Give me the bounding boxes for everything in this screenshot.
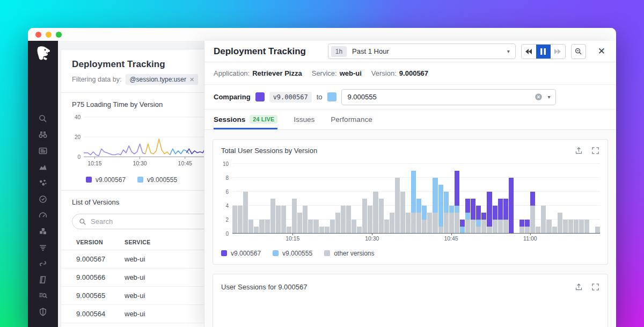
bar[interactable]: [400, 164, 405, 234]
bar[interactable]: [292, 164, 297, 234]
bar[interactable]: [357, 164, 362, 234]
bar[interactable]: [541, 164, 546, 234]
versions-search[interactable]: [72, 214, 226, 229]
apm-link-icon[interactable]: [38, 259, 48, 268]
zoom-out-button[interactable]: [571, 44, 586, 59]
bar[interactable]: [254, 164, 259, 234]
legend-item[interactable]: v9.000567: [221, 250, 261, 257]
bar[interactable]: [232, 164, 237, 234]
notebooks-icon[interactable]: [38, 275, 48, 285]
bar[interactable]: [519, 164, 524, 234]
bar[interactable]: [584, 164, 589, 234]
bar[interactable]: [297, 164, 302, 234]
filter-chip-close-icon[interactable]: ✕: [189, 76, 194, 83]
monitors-target-icon[interactable]: [38, 194, 48, 204]
bar[interactable]: [568, 164, 573, 234]
bar[interactable]: [574, 164, 579, 234]
infrastructure-cluster-icon[interactable]: [38, 178, 48, 188]
zoom-window-button[interactable]: [56, 32, 62, 38]
bar[interactable]: [579, 164, 584, 234]
bar[interactable]: [546, 164, 551, 234]
bar[interactable]: [352, 164, 356, 234]
bar[interactable]: [449, 164, 454, 234]
bar[interactable]: [395, 164, 400, 234]
close-window-button[interactable]: [35, 32, 41, 38]
tab-sessions[interactable]: Sessions24 LIVE: [214, 110, 277, 129]
bar[interactable]: [493, 164, 497, 234]
bar[interactable]: [287, 164, 291, 234]
bar[interactable]: [476, 164, 481, 234]
bar[interactable]: [406, 164, 411, 234]
bar[interactable]: [530, 164, 535, 234]
security-shield-icon[interactable]: [38, 307, 48, 317]
bar[interactable]: [422, 164, 427, 234]
legend-item[interactable]: v9.000555: [273, 250, 312, 257]
tab-issues[interactable]: Issues: [294, 110, 314, 129]
bar[interactable]: [243, 164, 248, 234]
to-version-select[interactable]: 9.000555 ▾: [341, 89, 556, 105]
bar[interactable]: [281, 164, 286, 234]
bar[interactable]: [471, 164, 475, 234]
bar[interactable]: [438, 164, 443, 234]
bar[interactable]: [270, 164, 275, 234]
bar[interactable]: [379, 164, 384, 234]
bar[interactable]: [308, 164, 313, 234]
minimize-window-button[interactable]: [46, 32, 52, 38]
expand-icon[interactable]: [591, 147, 599, 155]
bar[interactable]: [416, 164, 421, 234]
logs-filter-icon[interactable]: [38, 243, 48, 252]
bar[interactable]: [303, 164, 308, 234]
bar[interactable]: [503, 164, 508, 234]
bar[interactable]: [427, 164, 432, 234]
search-input[interactable]: [91, 217, 219, 226]
watchdog-binoculars-icon[interactable]: [38, 130, 48, 140]
bar[interactable]: [346, 164, 351, 234]
clear-selection-icon[interactable]: [535, 93, 543, 101]
bar[interactable]: [362, 164, 367, 234]
export-icon[interactable]: [575, 283, 583, 291]
bar[interactable]: [481, 164, 486, 234]
events-list-icon[interactable]: [38, 146, 48, 156]
rewind-button[interactable]: [522, 45, 536, 59]
pause-button[interactable]: [536, 45, 551, 59]
filter-chip[interactable]: @session.type:user ✕: [126, 74, 198, 85]
bar[interactable]: [248, 164, 253, 234]
bar[interactable]: [444, 164, 449, 234]
bar[interactable]: [460, 164, 465, 234]
bar[interactable]: [525, 164, 530, 234]
legend-item[interactable]: v9.000567: [86, 176, 126, 184]
bar[interactable]: [465, 164, 470, 234]
time-range-selector[interactable]: 1h Past 1 Hour ▾: [328, 43, 516, 59]
bar[interactable]: [552, 164, 557, 234]
bar[interactable]: [313, 164, 318, 234]
bar[interactable]: [411, 164, 416, 234]
bar[interactable]: [536, 164, 540, 234]
tab-performance[interactable]: Performance: [331, 110, 372, 129]
legend-item[interactable]: v9.000555: [137, 176, 177, 184]
log-explorer-icon[interactable]: [38, 291, 48, 301]
dashboards-gauge-icon[interactable]: [38, 210, 48, 220]
bar[interactable]: [455, 164, 459, 234]
bar[interactable]: [330, 164, 335, 234]
bar[interactable]: [341, 164, 346, 234]
export-icon[interactable]: [575, 147, 583, 155]
bar[interactable]: [335, 164, 340, 234]
legend-item[interactable]: other versions: [324, 250, 374, 257]
close-panel-icon[interactable]: ✕: [595, 45, 609, 58]
bar[interactable]: [265, 164, 270, 234]
bar[interactable]: [319, 164, 324, 234]
bar[interactable]: [368, 164, 372, 234]
bar[interactable]: [595, 164, 600, 234]
bar[interactable]: [390, 164, 394, 234]
bar[interactable]: [238, 164, 243, 234]
bar[interactable]: [325, 164, 330, 234]
search-icon[interactable]: [38, 114, 48, 123]
metrics-chart-icon[interactable]: [38, 162, 48, 172]
bar[interactable]: [276, 164, 281, 234]
expand-icon[interactable]: [591, 283, 599, 291]
bar[interactable]: [384, 164, 389, 234]
fast-forward-button[interactable]: [551, 45, 565, 59]
bar[interactable]: [558, 164, 562, 234]
bar[interactable]: [563, 164, 568, 234]
bar[interactable]: [509, 164, 514, 234]
